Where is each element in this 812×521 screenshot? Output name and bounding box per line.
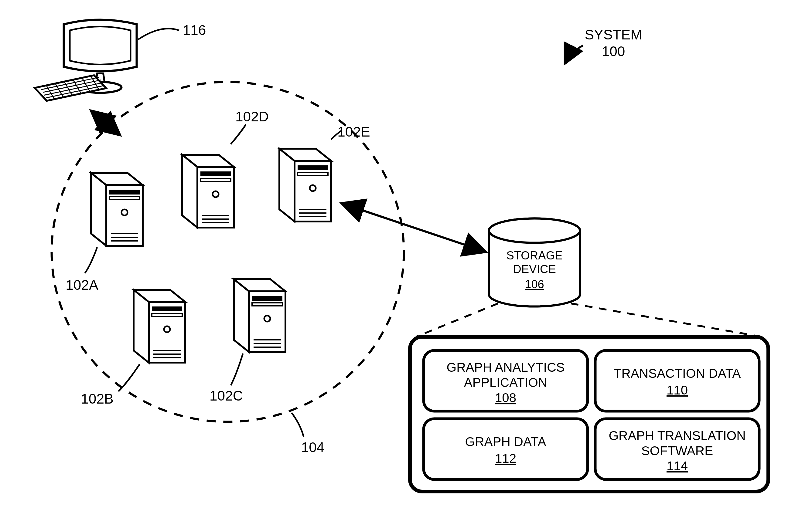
server-b-leader (118, 364, 140, 391)
storage-callout-left (416, 303, 498, 337)
server-e (279, 149, 331, 222)
box-txn-ref: 110 (666, 383, 688, 397)
diagram-canvas: SYSTEM 100 116 (0, 0, 812, 521)
box-gdata-line1: GRAPH DATA (465, 434, 546, 449)
client-leader (138, 28, 179, 40)
storage-callout-right (571, 303, 762, 337)
box-graph-data (424, 419, 588, 479)
server-c (234, 279, 285, 352)
storage-ref: 106 (525, 278, 544, 291)
box-app-line1: GRAPH ANALYTICS (447, 360, 565, 375)
server-c-leader (231, 354, 243, 385)
box-app-ref: 108 (495, 390, 516, 405)
server-a-ref: 102A (66, 277, 98, 293)
server-c-ref: 102C (210, 388, 243, 404)
box-txn-line1: TRANSACTION DATA (614, 366, 741, 381)
client-cluster-link (91, 111, 120, 135)
server-d-leader (231, 124, 246, 144)
cluster-leader (291, 413, 304, 437)
svg-point-18 (489, 219, 580, 243)
client-computer (35, 20, 137, 103)
storage-title-1: STORAGE (506, 249, 563, 262)
system-title: SYSTEM (585, 27, 642, 43)
box-transaction-data (595, 350, 759, 411)
system-label: SYSTEM 100 (565, 27, 642, 64)
server-a-leader (85, 247, 97, 273)
box-trans-ref: 114 (666, 459, 688, 473)
cluster-storage-link (342, 203, 486, 252)
server-b-ref: 102B (81, 391, 113, 407)
server-b (134, 290, 185, 363)
storage-device: STORAGE DEVICE 106 (489, 219, 580, 307)
server-d-ref: 102D (235, 109, 269, 124)
server-e-ref: 102E (337, 124, 370, 140)
system-ref: 100 (602, 43, 625, 59)
storage-title-2: DEVICE (513, 263, 556, 275)
box-trans-line2: SOFTWARE (641, 444, 713, 458)
cluster-ref: 104 (301, 439, 325, 455)
box-trans-line1: GRAPH TRANSLATION (609, 428, 746, 443)
server-a (91, 173, 143, 246)
box-app-line2: APPLICATION (464, 375, 548, 390)
client-ref: 116 (183, 22, 206, 38)
server-d (182, 155, 234, 228)
box-gdata-ref: 112 (495, 451, 516, 466)
